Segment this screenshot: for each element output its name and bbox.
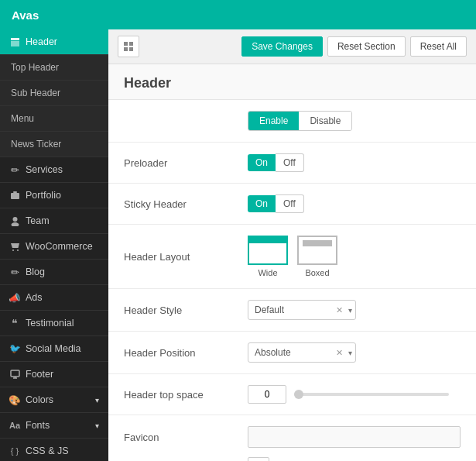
layout-wide-label: Wide (258, 268, 277, 277)
sidebar-label-colors: Colors (26, 394, 53, 405)
favicon-input-field[interactable] (248, 426, 461, 448)
favicon-label: Favicon (124, 432, 248, 443)
preloader-row: Preloader On Off (108, 143, 476, 184)
sidebar-label-menu: Menu (11, 113, 34, 124)
sidebar-item-news-ticker[interactable]: News Ticker (0, 132, 108, 157)
reset-section-button[interactable]: Reset Section (327, 36, 406, 57)
sidebar-item-header[interactable]: Header (0, 29, 108, 55)
svg-rect-3 (13, 191, 17, 193)
preloader-on-button[interactable]: On (248, 154, 276, 171)
preloader-off-button[interactable]: Off (276, 153, 304, 172)
sidebar-item-colors[interactable]: 🎨 Colors ▾ (0, 387, 108, 413)
font-icon: Aa (9, 420, 20, 431)
svg-point-7 (17, 249, 19, 251)
sidebar-label-services: Services (26, 164, 63, 175)
sticky-header-on-button[interactable]: On (248, 195, 276, 212)
toolbar: Save Changes Reset Section Reset All (108, 29, 476, 64)
grid-view-button[interactable] (118, 36, 139, 57)
sidebar-label-woocommerce: WooCommerce (26, 241, 93, 252)
sidebar-label-header: Header (26, 36, 57, 47)
favicon-control (248, 426, 461, 448)
chevron-down-icon: ▾ (95, 396, 99, 404)
briefcase-icon (9, 190, 20, 201)
reset-all-button[interactable]: Reset All (410, 36, 467, 57)
save-changes-button[interactable]: Save Changes (241, 36, 323, 57)
layout-boxed-header (303, 240, 332, 246)
disable-button[interactable]: Disable (299, 112, 351, 130)
select-clear-icon[interactable]: ✕ (336, 305, 343, 315)
sidebar-item-css-js[interactable]: { } CSS & JS (0, 439, 108, 461)
sidebar-label-testimonial: Testimonial (26, 318, 74, 329)
select-clear-icon[interactable]: ✕ (336, 348, 343, 358)
sidebar-item-social-media[interactable]: 🐦 Social Media (0, 336, 108, 362)
enable-disable-row: Enable Disable (108, 100, 476, 143)
settings-area: Enable Disable Preloader On Off Sticky H… (108, 100, 476, 461)
sidebar-item-fonts[interactable]: Aa Fonts ▾ (0, 413, 108, 439)
sticky-header-row: Sticky Header On Off (108, 184, 476, 225)
sidebar-item-sub-header[interactable]: Sub Header (0, 81, 108, 106)
header-position-row: Header Position Absolute Fixed Static ✕ … (108, 332, 476, 374)
sidebar-item-blog[interactable]: ✏ Blog (0, 260, 108, 285)
megaphone-icon: 📣 (9, 292, 20, 303)
header-top-space-row: Header top space (108, 374, 476, 415)
sidebar-label-social-media: Social Media (26, 343, 81, 354)
sidebar-label-portfolio: Portfolio (26, 190, 61, 201)
cart-icon (9, 241, 20, 252)
brush-icon: 🎨 (9, 394, 20, 405)
wrench-icon: ✏ (9, 164, 20, 175)
layout-options: Wide Boxed (248, 236, 337, 277)
favicon-preview: a (248, 457, 269, 461)
layout-wide-header (249, 237, 286, 243)
monitor-icon (9, 369, 20, 380)
sidebar-label-fonts: Fonts (26, 420, 50, 431)
sidebar-item-woocommerce[interactable]: WooCommerce (0, 234, 108, 260)
sticky-header-label: Sticky Header (124, 198, 248, 210)
sidebar-item-portfolio[interactable]: Portfolio (0, 183, 108, 208)
enable-disable-control: Enable Disable (248, 111, 461, 131)
svg-rect-16 (129, 42, 133, 46)
header-top-space-input[interactable] (248, 385, 286, 404)
sidebar-item-footer[interactable]: Footer (0, 362, 108, 387)
code-icon: { } (9, 446, 20, 456)
sidebar-item-team[interactable]: Team (0, 208, 108, 234)
header-layout-label: Header Layout (124, 251, 248, 263)
header-style-row: Header Style Default Style 1 Style 2 ✕ ▾ (108, 289, 476, 332)
sidebar-label-footer: Footer (26, 369, 53, 380)
sticky-header-off-button[interactable]: Off (276, 194, 304, 213)
preloader-label: Preloader (124, 157, 248, 169)
sidebar-label-ads: Ads (26, 292, 43, 303)
sidebar-item-services[interactable]: ✏ Services (0, 157, 108, 183)
user-icon (9, 215, 20, 226)
svg-rect-18 (129, 47, 133, 51)
sidebar-label-css-js: CSS & JS (26, 446, 69, 456)
svg-rect-17 (124, 47, 128, 51)
layout-option-wide[interactable]: Wide (248, 236, 288, 277)
sticky-header-control: On Off (248, 194, 461, 213)
layout-wide-box (248, 236, 288, 265)
enable-button[interactable]: Enable (248, 112, 299, 130)
sidebar-item-testimonial[interactable]: ❝ Testimonial (0, 311, 108, 336)
svg-rect-0 (11, 38, 19, 40)
sidebar-label-top-header: Top Header (11, 62, 59, 73)
sidebar-item-ads[interactable]: 📣 Ads (0, 285, 108, 311)
header-layout-control: Wide Boxed (248, 236, 461, 277)
sidebar-label-blog: Blog (26, 267, 45, 277)
svg-rect-1 (11, 41, 19, 46)
header-layout-row: Header Layout Wide (108, 225, 476, 289)
slider-thumb[interactable] (294, 390, 303, 399)
slider-track[interactable] (294, 393, 449, 396)
sidebar-item-menu[interactable]: Menu (0, 106, 108, 132)
header-style-select-wrapper: Default Style 1 Style 2 ✕ ▾ (248, 300, 356, 320)
svg-point-5 (11, 222, 19, 226)
svg-point-4 (12, 217, 17, 222)
svg-point-6 (12, 249, 14, 251)
sticky-header-toggle: On Off (248, 194, 304, 213)
layout-boxed-box (297, 236, 337, 265)
layout-option-boxed[interactable]: Boxed (297, 236, 337, 277)
header-style-control: Default Style 1 Style 2 ✕ ▾ (248, 300, 461, 320)
section-title: Header (108, 64, 476, 100)
sidebar-item-top-header[interactable]: Top Header (0, 55, 108, 81)
enable-disable-toggle: Enable Disable (248, 111, 352, 131)
slider-control (248, 385, 449, 404)
header-position-control: Absolute Fixed Static ✕ ▾ (248, 342, 461, 363)
